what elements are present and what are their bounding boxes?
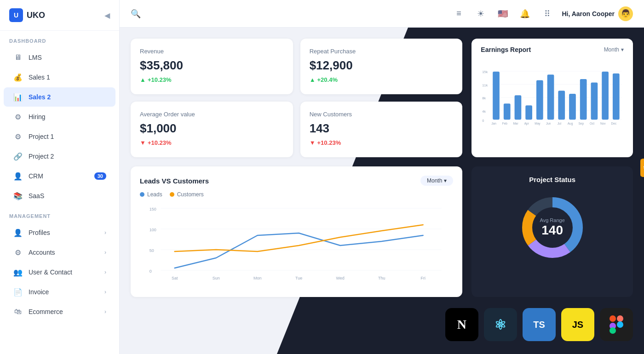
sidebar-item-label: LMS xyxy=(29,54,42,61)
earnings-title: Earnings Report xyxy=(481,46,531,53)
topbar: 🔍 ≡ ☀ 🇺🇸 🔔 ⠿ Hi, Aaron Cooper 👨 xyxy=(120,0,644,28)
svg-rect-12 xyxy=(515,95,522,120)
project2-icon: 🔗 xyxy=(13,151,23,161)
sidebar-item-label: Profiles xyxy=(29,229,50,236)
svg-rect-10 xyxy=(493,72,500,120)
flag-icon[interactable]: 🇺🇸 xyxy=(495,6,510,21)
svg-text:Apr: Apr xyxy=(524,122,529,126)
user-contact-icon: 👥 xyxy=(13,267,23,277)
figma-svg xyxy=(610,315,623,334)
month-selector[interactable]: Month ▾ xyxy=(604,46,624,53)
main-wrapper: 🔍 ≡ ☀ 🇺🇸 🔔 ⠿ Hi, Aaron Cooper 👨 Revenue … xyxy=(120,0,644,354)
svg-rect-20 xyxy=(602,72,609,120)
up-arrow-icon: ▲ xyxy=(140,76,146,83)
new-customers-card: New Customers 143 ▼ +10.23% xyxy=(300,102,463,157)
sidebar-item-user-contact[interactable]: 👥 User & Contact › xyxy=(4,263,115,282)
chevron-right-icon: › xyxy=(104,229,106,236)
theme-icon[interactable]: ☀ xyxy=(473,6,488,21)
typescript-logo: TS xyxy=(523,308,556,341)
svg-text:11k: 11k xyxy=(483,83,488,87)
svg-text:Oct: Oct xyxy=(590,122,594,125)
svg-text:Thu: Thu xyxy=(378,276,385,280)
project1-icon: ⚙ xyxy=(13,131,23,142)
revenue-change: ▲ +10.23% xyxy=(140,76,284,83)
sidebar-item-label: Hiring xyxy=(29,113,46,120)
react-logo: ⚛ xyxy=(484,308,517,341)
bell-icon[interactable]: 🔔 xyxy=(518,6,532,21)
revenue-label: Revenue xyxy=(140,48,284,55)
line-chart: 150 100 50 0 Sat Sun Mon Tue xyxy=(140,201,453,284)
chevron-right-icon: › xyxy=(104,269,106,275)
sidebar-item-ecommerce[interactable]: 🛍 Ecommerce › xyxy=(4,302,115,321)
content-grid: Revenue $35,800 ▲ +10.23% Repeat Purchas… xyxy=(120,28,644,354)
profiles-icon: 👤 xyxy=(13,228,23,238)
avg-change: ▼ +10.23% xyxy=(140,139,284,146)
sidebar-item-project1[interactable]: ⚙ Project 1 xyxy=(4,127,115,146)
user-greeting: Hi, Aaron Cooper xyxy=(562,10,615,17)
nextjs-logo: N xyxy=(445,308,478,341)
section-label-management: MANAGEMENT xyxy=(0,206,119,223)
search-box[interactable]: 🔍 xyxy=(131,9,141,19)
sidebar-item-label: Project 2 xyxy=(29,153,54,160)
earnings-header: Earnings Report Month ▾ xyxy=(481,46,624,53)
svg-text:Jan: Jan xyxy=(492,122,497,125)
chevron-right-icon: › xyxy=(104,308,106,315)
sidebar-item-sales2[interactable]: 📊 Sales 2 xyxy=(4,87,115,107)
customers-change: ▼ +10.23% xyxy=(310,139,454,146)
bar-chart: 15k 11k 8k 4k 0 xyxy=(481,59,624,132)
collapse-button[interactable]: ◀ xyxy=(104,11,110,20)
layouts-tab[interactable]: Layouts xyxy=(640,159,644,177)
svg-text:Wed: Wed xyxy=(336,276,344,280)
svg-rect-18 xyxy=(580,79,587,120)
user-info[interactable]: Hi, Aaron Cooper 👨 xyxy=(562,6,633,21)
avatar: 👨 xyxy=(618,6,633,21)
svg-rect-14 xyxy=(536,80,543,120)
sidebar-item-lms[interactable]: 🖥 LMS xyxy=(4,48,115,67)
revenue-card: Revenue $35,800 ▲ +10.23% xyxy=(131,39,293,94)
svg-text:50: 50 xyxy=(150,248,154,253)
svg-rect-19 xyxy=(591,82,598,120)
svg-text:Nov: Nov xyxy=(600,122,606,125)
leads-card: Leads VS Customers Month ▾ Leads Custome… xyxy=(131,166,462,297)
sidebar-item-saas[interactable]: 📚 SaaS xyxy=(4,186,115,206)
menu-icon[interactable]: ≡ xyxy=(451,6,466,21)
grid-icon[interactable]: ⠿ xyxy=(540,6,554,21)
sidebar-item-accounts[interactable]: ⚙ Accounts › xyxy=(4,243,115,262)
leads-header: Leads VS Customers Month ▾ xyxy=(140,176,453,186)
svg-text:Sun: Sun xyxy=(213,276,220,280)
logo-icon: U xyxy=(9,8,23,22)
svg-text:Sat: Sat xyxy=(172,276,178,280)
sidebar-item-project2[interactable]: 🔗 Project 2 xyxy=(4,147,115,166)
sidebar-logo: U UKO ◀ xyxy=(0,0,119,31)
sidebar-item-crm[interactable]: 👤 CRM 30 xyxy=(4,166,115,186)
project-title: Project Status xyxy=(529,176,575,183)
svg-rect-17 xyxy=(569,94,576,120)
svg-rect-21 xyxy=(613,74,620,120)
svg-text:15k: 15k xyxy=(483,70,488,74)
nav-section-management: MANAGEMENT 👤 Profiles › ⚙ Accounts › 👥 U… xyxy=(0,206,119,322)
svg-text:Aug: Aug xyxy=(568,122,573,126)
sidebar-item-sales1[interactable]: 💰 Sales 1 xyxy=(4,68,115,87)
svg-text:Sep: Sep xyxy=(579,122,584,126)
invoice-icon: 📄 xyxy=(13,287,23,297)
svg-text:May: May xyxy=(535,122,541,126)
svg-text:Mon: Mon xyxy=(253,276,262,280)
sidebar: U UKO ◀ DASHBOARD 🖥 LMS 💰 Sales 1 📊 Sale… xyxy=(0,0,120,354)
svg-text:Fri: Fri xyxy=(420,276,426,280)
svg-text:Mar: Mar xyxy=(513,122,519,125)
svg-text:0: 0 xyxy=(483,119,484,123)
accounts-icon: ⚙ xyxy=(13,247,23,257)
sidebar-item-profiles[interactable]: 👤 Profiles › xyxy=(4,223,115,242)
repeat-change: ▲ +20.4% xyxy=(310,76,454,83)
legend-leads: Leads xyxy=(140,191,162,198)
sidebar-item-label: SaaS xyxy=(29,192,44,200)
donut-center: Avg Range 140 xyxy=(540,217,565,238)
figma-logo xyxy=(600,308,633,341)
svg-text:Jul: Jul xyxy=(558,122,562,125)
sidebar-item-hiring[interactable]: ⚙ Hiring xyxy=(4,107,115,126)
leads-month-button[interactable]: Month ▾ xyxy=(420,176,453,186)
crm-badge: 30 xyxy=(94,172,106,180)
svg-text:8k: 8k xyxy=(483,96,486,100)
sidebar-item-invoice[interactable]: 📄 Invoice › xyxy=(4,282,115,302)
sidebar-item-label: Sales 1 xyxy=(29,74,50,81)
